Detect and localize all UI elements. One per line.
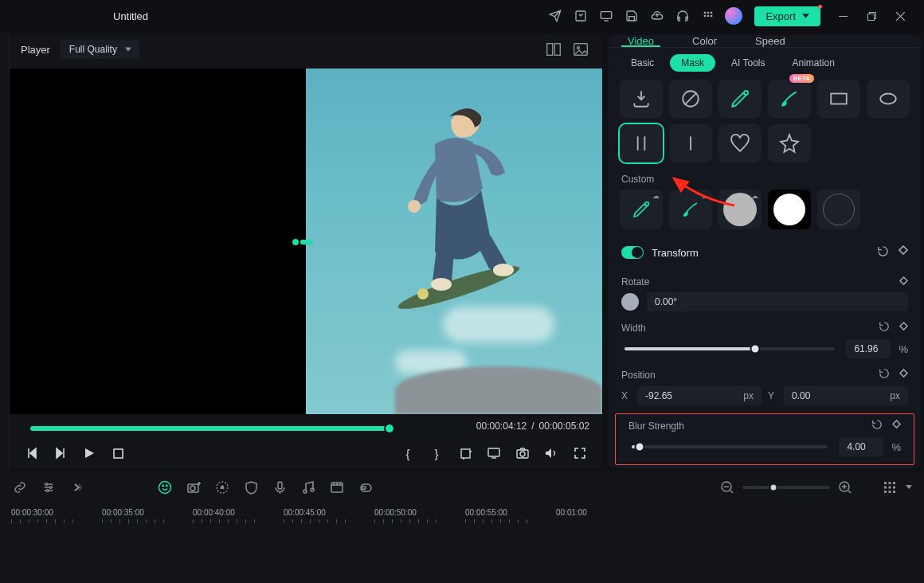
current-time: 00:00:04:12 [476, 421, 527, 432]
beta-badge: BETA [789, 74, 814, 83]
custom-mask-grid: ☁ ☁ ☁ [609, 190, 921, 237]
time-mark: 00:01:00 [556, 508, 587, 517]
shield-icon[interactable] [242, 479, 260, 496]
mask-pen[interactable] [718, 80, 762, 118]
zoom-out-icon[interactable] [718, 479, 736, 496]
expand-toolbar-icon[interactable] [69, 479, 86, 496]
subtab-basic[interactable]: Basic [620, 54, 665, 72]
layout-icon[interactable] [543, 41, 564, 58]
window-minimize-button[interactable] [828, 5, 857, 27]
svg-rect-28 [831, 94, 847, 104]
camera-plus-icon[interactable] [185, 479, 202, 496]
custom-pen-upload[interactable]: ☁ [620, 190, 663, 229]
keyframe-icon[interactable] [899, 245, 908, 260]
mask-import[interactable] [620, 80, 663, 118]
export-button[interactable]: Export [754, 6, 820, 26]
volume-icon[interactable] [542, 444, 561, 463]
subtab-mask[interactable]: Mask [670, 54, 715, 72]
mask-handle[interactable] [292, 239, 313, 245]
subtab-ai-tools[interactable]: AI Tools [720, 54, 776, 72]
user-avatar[interactable] [721, 5, 746, 27]
zoom-slider[interactable] [742, 486, 830, 489]
svg-rect-56 [893, 487, 895, 489]
clip-icon[interactable] [328, 479, 346, 496]
position-x-value[interactable]: -92.65px [637, 386, 762, 405]
keyframe-icon[interactable] [899, 368, 908, 381]
save-icon[interactable] [619, 5, 644, 27]
rotate-property: Rotate 0.00° [609, 271, 921, 316]
mask-rectangle[interactable] [817, 80, 860, 118]
position-y-value[interactable]: 0.00px [784, 386, 908, 405]
zoom-in-icon[interactable] [836, 479, 854, 496]
record-icon[interactable] [213, 479, 231, 496]
tab-color[interactable]: Color [673, 35, 736, 47]
svg-rect-7 [711, 15, 712, 17]
reset-icon[interactable] [879, 321, 890, 335]
window-restore-button[interactable] [857, 5, 886, 27]
mask-single-line[interactable] [669, 124, 712, 162]
blur-slider[interactable] [632, 445, 828, 448]
cast-icon[interactable] [484, 444, 503, 463]
camera-icon[interactable] [513, 444, 532, 463]
svg-point-33 [46, 490, 49, 492]
share-icon[interactable] [542, 5, 568, 27]
mark-in-button[interactable]: { [398, 444, 417, 463]
cloud-icon[interactable] [644, 5, 670, 27]
play-button[interactable] [80, 444, 99, 463]
window-close-button[interactable] [886, 5, 914, 27]
headphones-icon[interactable] [670, 5, 695, 27]
crop-icon[interactable] [456, 444, 475, 463]
rotate-value[interactable]: 0.00° [647, 292, 908, 311]
mask-none[interactable] [669, 80, 712, 118]
preview-toolbar: Player Full Quality [10, 35, 602, 64]
reset-icon[interactable] [877, 245, 889, 260]
snapshot-icon[interactable] [568, 5, 593, 27]
marker-icon[interactable] [357, 479, 374, 496]
apps-icon[interactable] [695, 5, 721, 27]
keyframe-icon[interactable] [892, 419, 901, 432]
smiley-icon[interactable] [156, 479, 174, 496]
svg-point-34 [159, 482, 171, 494]
monitor-icon[interactable] [593, 5, 619, 27]
grid-icon[interactable] [881, 479, 899, 496]
mask-double-line[interactable] [620, 124, 663, 162]
prev-frame-button[interactable] [22, 444, 41, 463]
svg-rect-11 [547, 44, 553, 56]
reset-icon[interactable] [879, 368, 890, 381]
next-frame-button[interactable] [51, 444, 70, 463]
tab-speed[interactable]: Speed [736, 35, 805, 47]
playback-progress[interactable] [30, 426, 468, 431]
grid-dropdown-icon[interactable] [905, 479, 913, 496]
stop-button[interactable] [108, 444, 127, 463]
timeline-ruler[interactable]: 00:00:30:00 00:00:35:00 00:00:40:00 00:0… [0, 503, 924, 545]
preview-stage[interactable] [10, 68, 602, 414]
transform-toggle[interactable] [621, 246, 644, 259]
music-icon[interactable] [300, 479, 317, 496]
custom-mask-white[interactable] [768, 190, 811, 229]
tab-video[interactable]: Video [609, 35, 673, 47]
blur-value[interactable]: 4.00 [839, 437, 883, 456]
keyframe-icon[interactable] [899, 321, 908, 335]
svg-point-35 [162, 485, 164, 487]
quality-select[interactable]: Full Quality [60, 40, 139, 59]
mask-heart[interactable] [718, 124, 762, 162]
fullscreen-icon[interactable] [570, 444, 589, 463]
width-slider[interactable] [624, 347, 835, 350]
mark-out-button[interactable]: } [427, 444, 446, 463]
mask-ellipse[interactable] [867, 80, 910, 118]
reset-icon[interactable] [871, 419, 883, 432]
mask-star[interactable] [768, 124, 811, 162]
custom-brush-upload[interactable]: ☁ [669, 190, 712, 229]
rotate-knob[interactable] [621, 293, 639, 311]
picture-icon[interactable] [570, 41, 591, 58]
mask-brush[interactable]: BETA [768, 80, 811, 118]
svg-rect-10 [867, 14, 874, 20]
link-icon[interactable] [11, 479, 29, 496]
settings-icon[interactable] [40, 479, 57, 496]
keyframe-icon[interactable] [899, 276, 908, 288]
subtab-animation[interactable]: Animation [781, 54, 845, 72]
microphone-icon[interactable] [271, 479, 288, 496]
custom-mask-outline[interactable] [817, 190, 860, 229]
custom-mask-gray[interactable]: ☁ [718, 190, 762, 229]
width-value[interactable]: 61.96 [846, 339, 891, 358]
